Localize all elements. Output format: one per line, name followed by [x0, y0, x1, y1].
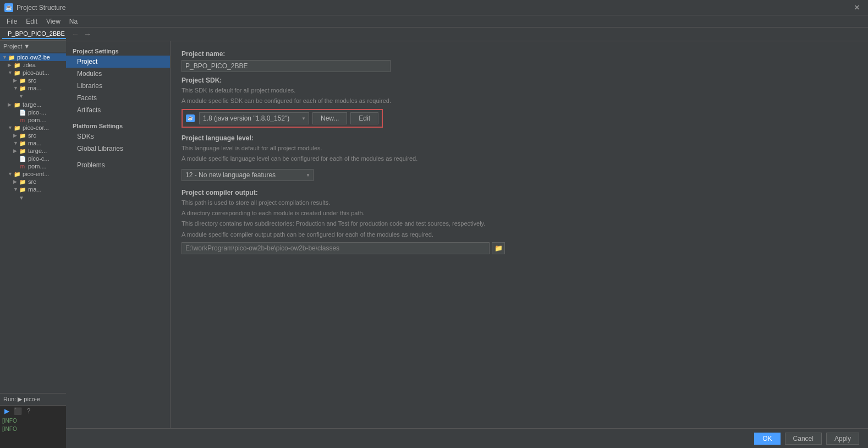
tree-item-target1[interactable]: ▶ 📁 targe... [0, 101, 71, 108]
tree-item-src1[interactable]: ▶ 📁 src [0, 77, 71, 84]
project-lang-desc2: A module specific language level can be … [182, 155, 857, 163]
folder-icon: 📁 [19, 186, 26, 193]
nav-item-facets[interactable]: Facets [66, 92, 170, 104]
tree-label: pico-ent... [23, 171, 49, 177]
java-icon: 📄 [19, 155, 26, 162]
tree-arrow: ▶ [13, 78, 19, 83]
project-header[interactable]: Project ▼ [0, 41, 71, 52]
sdk-row: ☕ 1.8 (java version "1.8.0_152") New... … [182, 109, 383, 128]
dialog-content: Project Settings Project Modules Librari… [66, 41, 868, 428]
forward-arrow[interactable]: → [83, 30, 92, 39]
dialog-main: Project name: Project SDK: This SDK is d… [171, 41, 868, 428]
tab-project[interactable]: P_BPO_PICO_2BBE [2, 29, 70, 39]
sdk-icon: ☕ [186, 114, 195, 122]
menu-bar: File Edit View Na [0, 15, 868, 28]
platform-settings-label: Platform Settings [66, 121, 170, 130]
java-icon: 📄 [19, 109, 26, 116]
tree-arrow [13, 163, 19, 169]
tree-label: pico-aut... [23, 69, 49, 76]
tree-item-root[interactable]: ▼ 📁 pico-ow2-be [0, 53, 71, 61]
tree-label: .idea [23, 62, 36, 68]
tree-item-ma3[interactable]: ▼ 📁 ma... [0, 185, 71, 193]
sdk-select[interactable]: 1.8 (java version "1.8.0_152") [199, 112, 309, 124]
project-icon: 📁 [8, 54, 15, 61]
tree-item-src3[interactable]: ▶ 📁 src [0, 178, 71, 185]
tree-label: pom.... [28, 117, 47, 123]
back-arrow[interactable]: ← [70, 30, 80, 39]
project-sdk-desc2: A module specific SDK can be configured … [182, 97, 857, 105]
sdk-edit-button[interactable]: Edit [350, 112, 378, 124]
menu-view[interactable]: View [42, 17, 65, 26]
app-icon: ☕ [4, 3, 13, 12]
folder-icon: 📁 [19, 140, 26, 146]
tree-item-pico-c[interactable]: 📄 pico-c... [0, 155, 71, 162]
tree-arrow: ▶ [8, 102, 13, 107]
ok-button[interactable]: OK [754, 433, 780, 445]
tree-item-pom1[interactable]: m pom.... [0, 116, 71, 124]
folder-icon: 📁 [19, 147, 26, 154]
title-bar: ☕ Project Structure × [0, 0, 868, 15]
tree-arrow: ▶ [13, 179, 19, 184]
tree-label: ma... [28, 140, 41, 146]
compiler-output-label: Project compiler output: [182, 189, 857, 196]
nav-item-sdks[interactable]: SDKs [66, 130, 170, 143]
output-path-row: 📁 [182, 242, 857, 254]
nav-item-modules[interactable]: Modules [66, 68, 170, 80]
tree-item-pico-aut[interactable]: ▼ 📁 pico-aut... [0, 69, 71, 77]
nav-item-libraries[interactable]: Libraries [66, 80, 170, 92]
tree-label: src [28, 77, 36, 84]
run-stop-button[interactable]: ⬛ [13, 407, 22, 416]
run-output-line1: [INFO [0, 417, 72, 425]
tree-label: pico-ow2-be [17, 54, 50, 61]
tree-arrow: ▼ [2, 54, 8, 60]
tree-label: pico-c... [28, 155, 50, 162]
tree-arrow: ▼ [13, 85, 19, 91]
tree-item-pico-ent[interactable]: ▼ 📁 pico-ent... [0, 170, 71, 178]
tree-arrow: ▶ [13, 148, 19, 154]
close-button[interactable]: × [850, 1, 864, 14]
nav-item-artifacts[interactable]: Artifacts [66, 104, 170, 116]
run-tab[interactable]: Run: ▶ pico-e [0, 394, 72, 406]
tree-item-src2[interactable]: ▶ 📁 src [0, 132, 71, 139]
menu-edit[interactable]: Edit [21, 17, 42, 26]
folder-icon: 📁 [19, 77, 26, 84]
tree-arrow: ▶ [13, 133, 19, 138]
tree-item-ma2[interactable]: ▼ 📁 ma... [0, 139, 71, 147]
nav-item-problems[interactable]: Problems [66, 159, 170, 171]
run-controls: ▶ ⬛ ? [0, 406, 72, 417]
tree-arrow: ▼ [13, 187, 19, 192]
tree-label: ma... [28, 186, 41, 193]
output-path-input[interactable] [182, 242, 490, 254]
tree-item-pom2[interactable]: m pom.... [0, 162, 71, 170]
project-name-label: Project name: [182, 50, 857, 58]
project-name-input[interactable] [182, 60, 391, 72]
project-tree: ▼ 📁 pico-ow2-be ▶ 📁 .idea ▼ 📁 pico-aut..… [0, 52, 71, 448]
tree-arrow: ▼ [8, 171, 13, 177]
run-play-button[interactable]: ▶ [2, 407, 11, 416]
tree-item-ma1[interactable]: ▼ 📁 ma... [0, 84, 71, 92]
tree-item-idea[interactable]: ▶ 📁 .idea [0, 61, 71, 69]
sdk-new-button[interactable]: New... [312, 112, 347, 124]
tree-arrow: ▼ [8, 125, 13, 130]
run-help-button[interactable]: ? [24, 407, 33, 416]
lang-select-wrapper: 12 - No new language features [182, 169, 314, 181]
tree-arrow [13, 156, 19, 161]
folder-icon: 📁 [13, 124, 21, 131]
lang-select[interactable]: 12 - No new language features [182, 169, 314, 181]
cancel-button[interactable]: Cancel [785, 433, 822, 445]
tree-item-pico-java[interactable]: 📄 pico-... [0, 108, 71, 116]
tree-arrow: ▼ [13, 140, 19, 146]
nav-item-global-libraries[interactable]: Global Libraries [66, 143, 170, 155]
project-structure-dialog: ← → Project Settings Project Modules Lib… [66, 28, 868, 448]
menu-na[interactable]: Na [65, 17, 82, 26]
folder-browse-button[interactable]: 📁 [492, 242, 505, 254]
project-settings-label: Project Settings [66, 46, 170, 56]
nav-item-project[interactable]: Project [66, 56, 170, 68]
tree-arrow: ▼ [19, 94, 24, 99]
tree-label: pom.... [28, 163, 47, 170]
tree-item-target2[interactable]: ▶ 📁 targe... [0, 147, 71, 155]
apply-button[interactable]: Apply [826, 433, 859, 445]
menu-file[interactable]: File [2, 17, 21, 26]
project-lang-desc1: This language level is default for all p… [182, 144, 857, 152]
tree-item-pico-cor[interactable]: ▼ 📁 pico-cor... [0, 124, 71, 132]
